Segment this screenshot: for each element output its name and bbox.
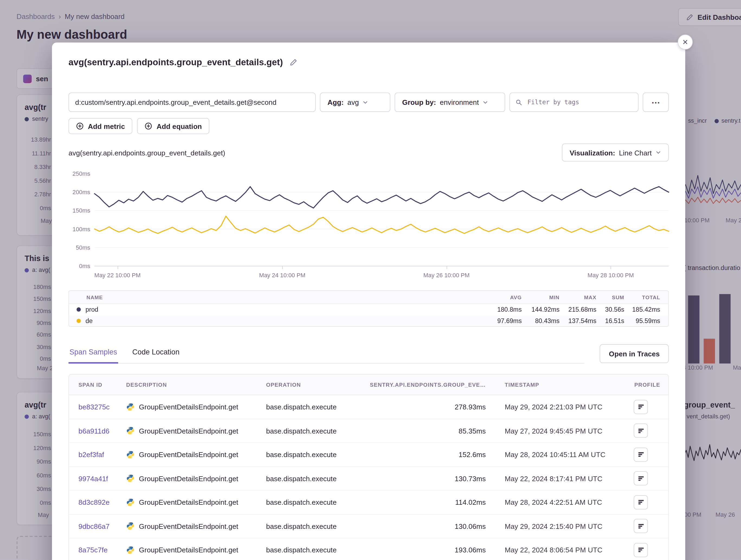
chart-series-label: avg(sentry.api.endpoints.group_event_det…	[69, 148, 225, 157]
summary-header: AVG	[479, 294, 522, 300]
chart-plot-area[interactable]	[94, 174, 669, 266]
visualization-label: Visualization:	[570, 148, 615, 157]
open-in-traces-button[interactable]: Open in Traces	[600, 344, 669, 363]
tag-filter-input[interactable]	[526, 98, 632, 106]
group-by-label: Group by:	[402, 98, 436, 106]
axis-label: May 24 10:00 PM	[259, 272, 306, 278]
aggregation-dropdown[interactable]: Agg: avg	[320, 93, 390, 112]
description-text: GroupEventDetailsEndpoint.get	[139, 498, 238, 506]
chevron-down-icon	[655, 150, 661, 155]
axis-label: 0ms	[79, 263, 90, 269]
metric-line-chart[interactable]	[94, 174, 669, 266]
tab-code-location[interactable]: Code Location	[131, 344, 180, 364]
profile-flamegraph-icon	[637, 499, 644, 506]
profile-button[interactable]	[634, 448, 648, 462]
timestamp-cell: May 27, 2024 9:45:45 PM UTC	[504, 427, 623, 435]
span-id-link[interactable]: 8a75c7fe	[78, 546, 108, 554]
axis-label: 150ms	[73, 208, 90, 214]
visualization-dropdown[interactable]: Visualization: Line Chart	[562, 144, 669, 161]
x-axis-labels: May 22 10:00 PMMay 24 10:00 PMMay 26 10:…	[94, 272, 669, 279]
query-actions-row: Add metric Add equation	[69, 118, 669, 134]
summary-value-avg: 180.8ms	[479, 306, 522, 313]
samples-header: SPAN ID	[69, 382, 126, 388]
axis-tick	[282, 266, 283, 269]
tag-filter-field[interactable]	[510, 93, 638, 112]
metric-details-modal: avg(sentry.api.endpoints.group_event_det…	[52, 43, 685, 560]
python-icon	[126, 450, 135, 459]
axis-label: 50ms	[76, 245, 90, 251]
add-equation-button[interactable]: Add equation	[137, 118, 209, 134]
more-options-button[interactable]: …	[643, 93, 669, 112]
legend-dot-icon	[76, 308, 81, 312]
summary-header: TOTAL	[624, 294, 660, 300]
group-by-dropdown[interactable]: Group by: environment	[395, 93, 505, 112]
profile-button[interactable]	[634, 471, 648, 486]
summary-value-max: 137.54ms	[559, 317, 596, 324]
description-cell: GroupEventDetailsEndpoint.get	[126, 498, 266, 506]
duration-cell: 114.02ms	[360, 498, 504, 506]
axis-tick	[447, 266, 447, 269]
operation-cell: base.dispatch.execute	[266, 427, 361, 435]
profile-flamegraph-icon	[637, 403, 644, 410]
close-button[interactable]	[678, 34, 693, 50]
profile-button[interactable]	[634, 519, 648, 533]
operation-cell: base.dispatch.execute	[266, 474, 361, 483]
span-id-link[interactable]: b6a911d6	[78, 427, 109, 435]
series-name-cell: de	[69, 317, 479, 324]
chevron-down-icon	[483, 99, 488, 105]
span-id-link[interactable]: b2ef3faf	[78, 451, 104, 459]
timestamp-cell: May 29, 2024 2:15:40 PM UTC	[504, 522, 623, 530]
metric-query-input[interactable]	[69, 93, 316, 112]
sample-row: 9dbc86a7 GroupEventDetailsEndpoint.getba…	[69, 514, 668, 538]
metric-chart[interactable]: 250ms200ms150ms100ms50ms0ms	[69, 174, 669, 266]
operation-cell: base.dispatch.execute	[266, 498, 361, 506]
summary-row[interactable]: de97.69ms80.43ms137.54ms16.51s95.59ms	[69, 315, 668, 326]
summary-value-max: 215.68ms	[559, 306, 596, 313]
sample-row: 9974a41f GroupEventDetailsEndpoint.getba…	[69, 467, 668, 491]
axis-label: May 28 10:00 PM	[588, 272, 634, 278]
duration-cell: 278.93ms	[360, 403, 504, 411]
summary-header: NAME	[69, 294, 479, 300]
add-metric-button[interactable]: Add metric	[69, 118, 133, 134]
profile-button[interactable]	[634, 495, 648, 509]
duration-cell: 85.35ms	[360, 427, 504, 435]
timestamp-cell: May 29, 2024 2:21:03 PM UTC	[504, 403, 623, 411]
axis-tick	[611, 266, 611, 269]
span-id-link[interactable]: 8d3c892e	[78, 498, 110, 506]
span-id-link[interactable]: 9974a41f	[78, 474, 108, 483]
summary-row[interactable]: prod180.8ms144.92ms215.68ms30.56s185.42m…	[69, 304, 668, 315]
detail-tabs: Span Samples Code Location	[69, 344, 585, 364]
profile-flamegraph-icon	[637, 475, 644, 482]
operation-cell: base.dispatch.execute	[266, 522, 361, 530]
python-icon	[126, 522, 135, 530]
samples-header: DESCRIPTION	[126, 382, 266, 388]
axis-label: May 26 10:00 PM	[423, 272, 470, 278]
axis-label: May 22 10:00 PM	[94, 272, 141, 278]
samples-header: PROFILE	[623, 382, 668, 388]
query-builder-row: Agg: avg Group by: environment	[69, 93, 669, 112]
summary-value-sum: 16.51s	[596, 317, 624, 324]
description-cell: GroupEventDetailsEndpoint.get	[126, 450, 266, 459]
timestamp-cell: May 22, 2024 8:17:41 PM UTC	[504, 474, 623, 483]
description-text: GroupEventDetailsEndpoint.get	[139, 546, 238, 554]
duration-cell: 130.06ms	[360, 522, 504, 530]
profile-button[interactable]	[634, 543, 648, 557]
edit-title-pencil-icon[interactable]	[289, 59, 297, 66]
summary-header-row: NAME AVG MIN MAX SUM TOTAL	[69, 291, 668, 304]
visualization-value: Line Chart	[619, 148, 652, 157]
operation-cell: base.dispatch.execute	[266, 403, 361, 411]
description-text: GroupEventDetailsEndpoint.get	[139, 522, 238, 530]
python-icon	[126, 474, 135, 483]
span-id-link[interactable]: be83275c	[78, 403, 110, 411]
stage: Dashboards › My new dashboard My new das…	[0, 0, 741, 560]
profile-button[interactable]	[634, 423, 648, 437]
summary-value-min: 80.43ms	[522, 317, 559, 324]
tab-span-samples[interactable]: Span Samples	[69, 344, 118, 364]
description-cell: GroupEventDetailsEndpoint.get	[126, 474, 266, 483]
plus-circle-icon	[145, 123, 152, 130]
profile-button[interactable]	[634, 400, 648, 414]
add-equation-label: Add equation	[157, 122, 202, 130]
summary-value-sum: 30.56s	[596, 306, 624, 313]
sample-row: 8a75c7fe GroupEventDetailsEndpoint.getba…	[69, 538, 668, 560]
span-id-link[interactable]: 9dbc86a7	[78, 522, 110, 530]
